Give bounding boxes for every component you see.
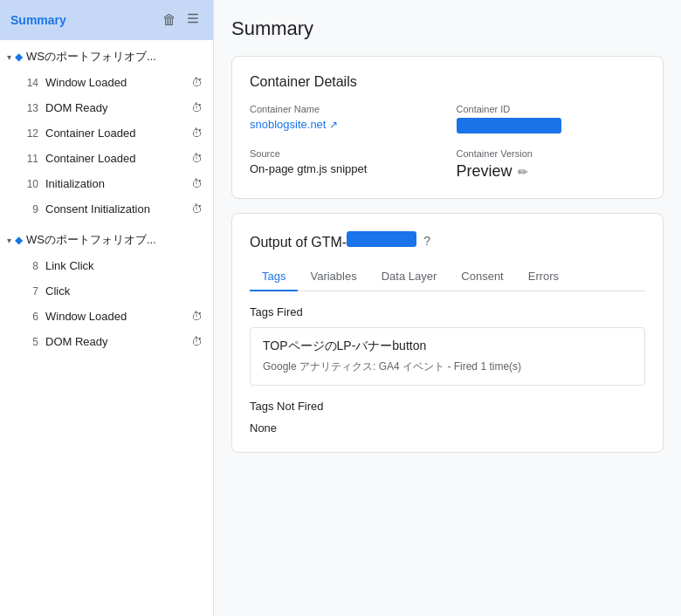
svg-rect-1 — [188, 17, 198, 19]
chevron-down-icon-1: ▾ — [7, 52, 11, 62]
list-item[interactable]: 12 Container Loaded ⏱ — [0, 120, 213, 146]
event-num: 6 — [24, 311, 38, 323]
tag-fired-card: TOPページのLP-バナーbutton Google アナリティクス: GA4 … — [250, 327, 645, 386]
event-label: Window Loaded — [45, 76, 184, 89]
output-card: Output of GTM- ? Tags Variables Data Lay… — [231, 213, 664, 453]
help-icon[interactable]: ? — [423, 234, 430, 248]
container-details-card: Container Details Container Name snoblog… — [231, 56, 664, 199]
container-id-field: Container ID — [457, 104, 646, 136]
group-label-2: WSのポートフォリオブ... — [26, 232, 156, 248]
sidebar-group-header-1[interactable]: ▾ ◆ WSのポートフォリオブ... — [0, 42, 213, 70]
event-label: Click — [45, 284, 203, 298]
container-details-title: Container Details — [250, 74, 645, 90]
sidebar-group-2: ▾ ◆ WSのポートフォリオブ... 8 Link Click 7 Click … — [0, 223, 213, 356]
tab-errors[interactable]: Errors — [516, 263, 571, 291]
sidebar-summary-item[interactable]: Summary 🗑 — [0, 0, 213, 40]
container-name-label: Container Name — [250, 104, 439, 114]
delete-icon: 🗑 — [162, 12, 176, 28]
version-badge: Preview — [457, 162, 512, 181]
list-item[interactable]: 13 DOM Ready ⏱ — [0, 95, 213, 120]
tabs-row: Tags Variables Data Layer Consent Errors — [250, 263, 645, 291]
sidebar-summary-label: Summary — [10, 13, 66, 27]
event-num: 9 — [24, 203, 38, 216]
output-title-row: Output of GTM- ? — [250, 231, 645, 250]
event-num: 8 — [24, 260, 38, 272]
list-item[interactable]: 5 DOM Ready ⏱ — [0, 329, 213, 354]
tag-meta: Google アナリティクス: GA4 イベント - Fired 1 time(… — [263, 359, 632, 374]
timer-icon: ⏱ — [191, 310, 203, 323]
timer-icon: ⏱ — [191, 127, 203, 140]
event-label: Consent Initialization — [45, 202, 184, 216]
source-value: On-page gtm.js snippet — [250, 162, 439, 175]
page-title: Summary — [231, 17, 664, 40]
timer-icon: ⏱ — [191, 76, 203, 89]
tags-not-fired-none: None — [250, 421, 645, 435]
chevron-down-icon-2: ▾ — [7, 236, 11, 245]
event-num: 13 — [24, 102, 38, 114]
source-field: Source On-page gtm.js snippet — [250, 148, 439, 181]
list-item[interactable]: 11 Container Loaded ⏱ — [0, 146, 213, 171]
main-content: Summary Container Details Container Name… — [214, 0, 681, 616]
timer-icon: ⏱ — [191, 335, 203, 348]
timer-icon: ⏱ — [191, 177, 203, 190]
svg-rect-2 — [188, 22, 198, 24]
delete-button[interactable]: 🗑 — [161, 10, 178, 30]
event-num: 11 — [24, 153, 38, 165]
event-num: 10 — [24, 178, 38, 190]
sidebar-group-1: ▾ ◆ WSのポートフォリオブ... 14 Window Loaded ⏱ 13… — [0, 40, 213, 223]
source-label: Source — [250, 148, 439, 159]
list-item[interactable]: 9 Consent Initialization ⏱ — [0, 196, 213, 222]
external-link-icon: ↗ — [329, 119, 338, 131]
container-id-bar — [457, 118, 561, 133]
tags-not-fired-section: Tags Not Fired None — [250, 400, 645, 435]
sidebar-summary-icons: 🗑 — [161, 9, 203, 31]
list-item[interactable]: 8 Link Click — [0, 253, 213, 278]
list-item[interactable]: 14 Window Loaded ⏱ — [0, 70, 213, 95]
event-num: 14 — [24, 77, 38, 89]
container-id-label: Container ID — [457, 104, 646, 114]
timer-icon: ⏱ — [191, 202, 203, 216]
edit-icon[interactable]: ✏ — [518, 165, 528, 179]
diamond-icon-1: ◆ — [15, 51, 23, 63]
sidebar: Summary 🗑 ▾ ◆ WSのポートフォリオブ... — [0, 0, 214, 616]
tag-name: TOPページのLP-バナーbutton — [263, 339, 632, 354]
event-label: Container Loaded — [45, 152, 184, 165]
event-label: DOM Ready — [45, 101, 184, 114]
container-name-link[interactable]: snoblogsite.net ↗ — [250, 118, 439, 131]
output-id-bar — [347, 231, 416, 247]
list-item[interactable]: 10 Initialization ⏱ — [0, 171, 213, 196]
group-label-1: WSのポートフォリオブ... — [26, 49, 156, 65]
tab-consent[interactable]: Consent — [449, 263, 515, 291]
list-item[interactable]: 7 Click — [0, 278, 213, 304]
diamond-icon-2: ◆ — [15, 234, 23, 246]
event-label: Window Loaded — [45, 310, 184, 323]
tags-not-fired-title: Tags Not Fired — [250, 400, 645, 413]
event-num: 5 — [24, 336, 38, 348]
menu-icon — [185, 10, 201, 30]
event-label: DOM Ready — [45, 335, 184, 348]
svg-rect-0 — [188, 14, 198, 16]
timer-icon: ⏱ — [191, 152, 203, 165]
event-num: 7 — [24, 285, 38, 298]
list-item[interactable]: 6 Window Loaded ⏱ — [0, 304, 213, 329]
tab-tags[interactable]: Tags — [250, 263, 298, 291]
details-grid: Container Name snoblogsite.net ↗ Contain… — [250, 104, 645, 181]
output-title: Output of GTM- — [250, 231, 416, 250]
tab-data-layer[interactable]: Data Layer — [369, 263, 450, 291]
menu-button[interactable] — [183, 9, 203, 31]
version-row: Preview ✏ — [457, 162, 646, 181]
container-version-label: Container Version — [457, 148, 646, 159]
tab-variables[interactable]: Variables — [298, 263, 368, 291]
event-label: Container Loaded — [45, 127, 184, 140]
container-version-field: Container Version Preview ✏ — [457, 148, 646, 181]
timer-icon: ⏱ — [191, 101, 203, 114]
container-name-field: Container Name snoblogsite.net ↗ — [250, 104, 439, 136]
event-label: Link Click — [45, 259, 203, 272]
event-num: 12 — [24, 127, 38, 140]
event-label: Initialization — [45, 177, 184, 190]
tags-fired-title: Tags Fired — [250, 305, 645, 318]
sidebar-group-header-2[interactable]: ▾ ◆ WSのポートフォリオブ... — [0, 225, 213, 253]
